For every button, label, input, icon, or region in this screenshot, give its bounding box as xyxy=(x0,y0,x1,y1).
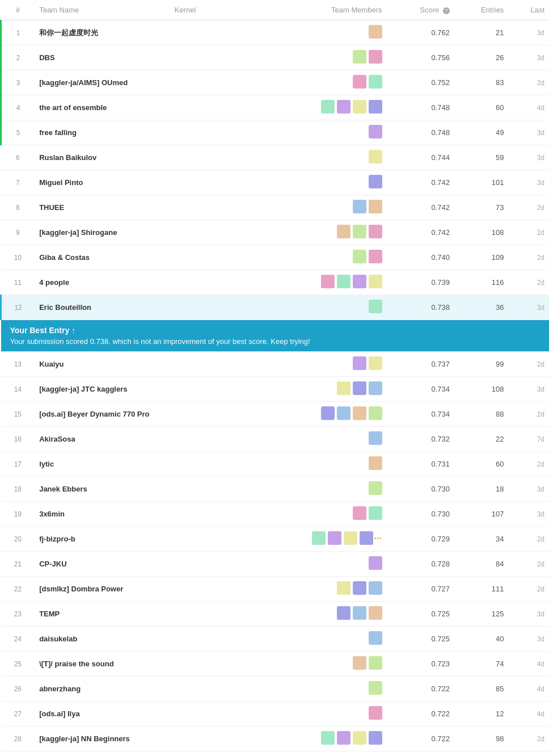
team-name-cell[interactable]: [kaggler-ja] NN Beginners xyxy=(35,726,170,751)
table-row[interactable]: 9[kaggler-ja] Shirogane0.7421082d xyxy=(1,220,550,245)
members-cell xyxy=(251,245,387,270)
team-name-cell[interactable]: [ods.ai] Beyer Dynamic 770 Pro xyxy=(35,402,170,427)
team-name-cell[interactable]: abnerzhang xyxy=(35,677,170,702)
team-name-cell[interactable]: 4 people xyxy=(35,270,170,295)
team-name-cell[interactable]: the art of ensemble xyxy=(35,95,170,120)
table-row[interactable]: 28[kaggler-ja] NN Beginners0.722982d xyxy=(1,726,550,751)
entries-cell: 88 xyxy=(454,402,508,427)
table-row[interactable]: 27[ods.ai] Ilya0.722124d xyxy=(1,702,550,726)
entries-cell: 116 xyxy=(454,270,508,295)
team-name-cell[interactable]: daisukelab xyxy=(35,627,170,652)
kernel-cell xyxy=(170,45,251,70)
team-name-cell[interactable]: [ods.ai] Ilya xyxy=(35,702,170,726)
entries-cell: 49 xyxy=(454,120,508,145)
table-row[interactable]: 1和你一起虚度时光0.762213d xyxy=(1,20,550,45)
table-row[interactable]: 13Kuaiyu0.737992d xyxy=(1,352,550,377)
team-name-cell[interactable]: 和你一起虚度时光 xyxy=(35,20,170,45)
table-row[interactable]: 17lytic0.731602d xyxy=(1,452,550,477)
col-score: Score ? xyxy=(387,0,454,20)
team-name-cell[interactable]: \[T]/ praise the sound xyxy=(35,652,170,677)
team-name-cell[interactable]: fj-bizpro-b xyxy=(35,527,170,552)
team-name-cell[interactable]: Eric Bouteillon xyxy=(35,295,170,320)
table-row[interactable]: 22[dsmlkz] Dombra Power0.7271112d xyxy=(1,577,550,602)
team-name-cell[interactable]: lytic xyxy=(35,452,170,477)
team-name-cell[interactable]: Ruslan Baikulov xyxy=(35,145,170,170)
score-info-icon[interactable]: ? xyxy=(443,7,450,14)
entries-cell: 12 xyxy=(454,702,508,726)
score-cell: 0.722 xyxy=(387,751,454,757)
table-row[interactable]: 5free falling0.748493d xyxy=(1,120,550,145)
table-row[interactable]: 4the art of ensemble0.748604d xyxy=(1,95,550,120)
entries-cell: 21 xyxy=(454,20,508,45)
table-row[interactable]: 14[kaggler-ja] JTC kagglers0.7341083d xyxy=(1,377,550,402)
table-row[interactable]: 3[kaggler-ja/AIMS] OUmed0.752832d xyxy=(1,70,550,95)
rank-cell: 10 xyxy=(1,245,35,270)
team-name-cell[interactable]: CPJKUStudents xyxy=(35,751,170,757)
team-name-cell[interactable]: [kaggler-ja/AIMS] OUmed xyxy=(35,70,170,95)
table-row[interactable]: 6Ruslan Baikulov0.744593d xyxy=(1,145,550,170)
table-row[interactable]: 8THUEE0.742732d xyxy=(1,195,550,220)
entries-cell: 98 xyxy=(454,726,508,751)
team-name-cell[interactable]: Miguel Pinto xyxy=(35,170,170,195)
table-row[interactable]: 12Eric Bouteillon0.738363d xyxy=(1,295,550,320)
last-cell: 4d xyxy=(508,95,549,120)
entries-cell: 84 xyxy=(454,552,508,577)
last-cell: 7d xyxy=(508,427,549,452)
team-name-cell[interactable]: THUEE xyxy=(35,195,170,220)
team-name-cell[interactable]: [dsmlkz] Dombra Power xyxy=(35,577,170,602)
kernel-cell xyxy=(170,295,251,320)
last-cell: 2d xyxy=(508,195,549,220)
members-cell xyxy=(251,677,387,702)
team-name-cell[interactable]: Giba & Costas xyxy=(35,245,170,270)
table-row[interactable]: 10Giba & Costas0.7401092d xyxy=(1,245,550,270)
col-kernel: Kernel xyxy=(170,0,251,20)
entries-cell: 107 xyxy=(454,502,508,527)
last-cell: 2d xyxy=(508,577,549,602)
avatar xyxy=(369,556,382,570)
kernel-cell xyxy=(170,20,251,45)
avatar xyxy=(353,100,366,114)
table-row[interactable]: 25\[T]/ praise the sound0.723744d xyxy=(1,652,550,677)
team-name-cell[interactable]: Janek Ebbers xyxy=(35,477,170,502)
kernel-cell xyxy=(170,352,251,377)
entries-cell: 40 xyxy=(454,627,508,652)
table-row[interactable]: 29CPJKUStudents0.722483d xyxy=(1,751,550,757)
table-row[interactable]: 26abnerzhang0.722854d xyxy=(1,677,550,702)
avatar xyxy=(321,406,335,420)
table-row[interactable]: 15[ods.ai] Beyer Dynamic 770 Pro0.734882… xyxy=(1,402,550,427)
team-name-cell[interactable]: Kuaiyu xyxy=(35,352,170,377)
table-row[interactable]: 23TEMP0.7251253d xyxy=(1,602,550,627)
kernel-cell xyxy=(170,552,251,577)
table-row[interactable]: 21CP-JKU0.728842d xyxy=(1,552,550,577)
team-name-cell[interactable]: free falling xyxy=(35,120,170,145)
avatar-group xyxy=(320,406,382,420)
table-row[interactable]: 114 people0.7391162d xyxy=(1,270,550,295)
entries-cell: 22 xyxy=(454,427,508,452)
team-name-cell[interactable]: DBS xyxy=(35,45,170,70)
team-name-cell[interactable]: CP-JKU xyxy=(35,552,170,577)
table-row[interactable]: 24daisukelab0.725403d xyxy=(1,627,550,652)
team-name-cell[interactable]: [kaggler-ja] JTC kagglers xyxy=(35,377,170,402)
kernel-cell xyxy=(170,477,251,502)
rank-cell: 21 xyxy=(1,552,35,577)
table-row[interactable]: 7Miguel Pinto0.7421013d xyxy=(1,170,550,195)
entries-cell: 48 xyxy=(454,751,508,757)
table-row[interactable]: 18Janek Ebbers0.730183d xyxy=(1,477,550,502)
team-name-cell[interactable]: AkiraSosa xyxy=(35,427,170,452)
last-cell: 3d xyxy=(508,45,549,70)
members-cell xyxy=(251,652,387,677)
avatar xyxy=(369,356,382,370)
team-name-cell[interactable]: [kaggler-ja] Shirogane xyxy=(35,220,170,245)
table-row[interactable]: 2DBS0.756263d xyxy=(1,45,550,70)
table-row[interactable]: 193x6min0.7301073d xyxy=(1,502,550,527)
kernel-cell xyxy=(170,402,251,427)
score-cell: 0.732 xyxy=(387,427,454,452)
table-row[interactable]: 16AkiraSosa0.732227d xyxy=(1,427,550,452)
team-name-cell[interactable]: 3x6min xyxy=(35,502,170,527)
kernel-cell xyxy=(170,120,251,145)
avatar-group xyxy=(368,481,382,495)
avatar xyxy=(369,681,382,695)
team-name-cell[interactable]: TEMP xyxy=(35,602,170,627)
members-cell xyxy=(251,452,387,477)
table-row[interactable]: 20fj-bizpro-b•••0.729342d xyxy=(1,527,550,552)
